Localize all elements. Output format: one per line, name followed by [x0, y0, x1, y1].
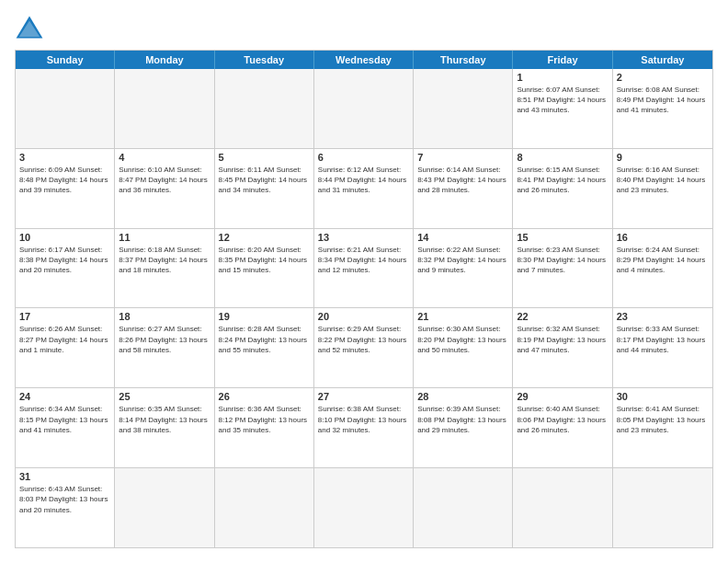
day-number: 25 — [119, 391, 210, 402]
calendar-cell — [613, 468, 712, 547]
calendar-cell: 14Sunrise: 6:22 AM Sunset: 8:32 PM Dayli… — [414, 229, 513, 308]
day-number: 4 — [119, 152, 210, 163]
day-number: 10 — [19, 232, 110, 243]
header-day-wednesday: Wednesday — [314, 51, 414, 69]
day-info: Sunrise: 6:34 AM Sunset: 8:15 PM Dayligh… — [19, 404, 110, 435]
calendar-cell: 15Sunrise: 6:23 AM Sunset: 8:30 PM Dayli… — [513, 229, 612, 308]
calendar-cell: 11Sunrise: 6:18 AM Sunset: 8:37 PM Dayli… — [115, 229, 214, 308]
day-info: Sunrise: 6:11 AM Sunset: 8:45 PM Dayligh… — [219, 165, 310, 196]
day-number: 12 — [219, 232, 310, 243]
calendar-cell: 20Sunrise: 6:29 AM Sunset: 8:22 PM Dayli… — [314, 308, 414, 387]
day-info: Sunrise: 6:10 AM Sunset: 8:47 PM Dayligh… — [119, 165, 210, 196]
header-day-monday: Monday — [115, 51, 214, 69]
header-day-saturday: Saturday — [613, 51, 712, 69]
calendar-cell — [115, 468, 214, 547]
calendar-cell: 2Sunrise: 6:08 AM Sunset: 8:49 PM Daylig… — [613, 69, 712, 148]
calendar-cell — [215, 468, 314, 547]
day-number: 16 — [617, 232, 709, 243]
calendar-cell: 30Sunrise: 6:41 AM Sunset: 8:05 PM Dayli… — [613, 388, 712, 467]
day-info: Sunrise: 6:29 AM Sunset: 8:22 PM Dayligh… — [318, 324, 409, 355]
calendar-cell: 19Sunrise: 6:28 AM Sunset: 8:24 PM Dayli… — [215, 308, 314, 387]
day-number: 19 — [219, 311, 310, 322]
day-number: 26 — [219, 391, 310, 402]
header-day-thursday: Thursday — [414, 51, 513, 69]
logo-icon — [15, 15, 44, 40]
day-info: Sunrise: 6:43 AM Sunset: 8:03 PM Dayligh… — [19, 484, 110, 515]
day-number: 8 — [517, 152, 608, 163]
day-info: Sunrise: 6:32 AM Sunset: 8:19 PM Dayligh… — [517, 324, 608, 355]
day-number: 9 — [617, 152, 709, 163]
calendar-cell: 7Sunrise: 6:14 AM Sunset: 8:43 PM Daylig… — [414, 149, 513, 228]
calendar-cell: 31Sunrise: 6:43 AM Sunset: 8:03 PM Dayli… — [16, 468, 115, 547]
calendar-week-3: 10Sunrise: 6:17 AM Sunset: 8:38 PM Dayli… — [16, 228, 712, 308]
day-number: 24 — [19, 391, 110, 402]
day-info: Sunrise: 6:12 AM Sunset: 8:44 PM Dayligh… — [318, 165, 409, 196]
day-number: 18 — [119, 311, 210, 322]
day-number: 13 — [318, 232, 409, 243]
day-number: 29 — [517, 391, 608, 402]
day-number: 7 — [417, 152, 508, 163]
day-info: Sunrise: 6:28 AM Sunset: 8:24 PM Dayligh… — [219, 324, 310, 355]
header-day-tuesday: Tuesday — [215, 51, 314, 69]
header-day-friday: Friday — [513, 51, 612, 69]
calendar-cell: 4Sunrise: 6:10 AM Sunset: 8:47 PM Daylig… — [115, 149, 214, 228]
calendar-cell: 12Sunrise: 6:20 AM Sunset: 8:35 PM Dayli… — [215, 229, 314, 308]
day-number: 3 — [19, 152, 110, 163]
day-number: 2 — [617, 72, 709, 83]
day-number: 22 — [517, 311, 608, 322]
calendar-cell: 21Sunrise: 6:30 AM Sunset: 8:20 PM Dayli… — [414, 308, 513, 387]
day-number: 23 — [617, 311, 709, 322]
calendar-cell: 28Sunrise: 6:39 AM Sunset: 8:08 PM Dayli… — [414, 388, 513, 467]
calendar-cell: 29Sunrise: 6:40 AM Sunset: 8:06 PM Dayli… — [513, 388, 612, 467]
calendar-cell: 24Sunrise: 6:34 AM Sunset: 8:15 PM Dayli… — [16, 388, 115, 467]
day-info: Sunrise: 6:07 AM Sunset: 8:51 PM Dayligh… — [517, 85, 608, 116]
calendar: SundayMondayTuesdayWednesdayThursdayFrid… — [15, 50, 713, 548]
day-info: Sunrise: 6:35 AM Sunset: 8:14 PM Dayligh… — [119, 404, 210, 435]
day-number: 30 — [617, 391, 709, 402]
day-info: Sunrise: 6:30 AM Sunset: 8:20 PM Dayligh… — [417, 324, 508, 355]
calendar-cell: 23Sunrise: 6:33 AM Sunset: 8:17 PM Dayli… — [613, 308, 712, 387]
calendar-cell: 9Sunrise: 6:16 AM Sunset: 8:40 PM Daylig… — [613, 149, 712, 228]
day-info: Sunrise: 6:16 AM Sunset: 8:40 PM Dayligh… — [617, 165, 709, 196]
day-info: Sunrise: 6:17 AM Sunset: 8:38 PM Dayligh… — [19, 245, 110, 276]
calendar-week-2: 3Sunrise: 6:09 AM Sunset: 8:48 PM Daylig… — [16, 148, 712, 228]
calendar-cell: 1Sunrise: 6:07 AM Sunset: 8:51 PM Daylig… — [513, 69, 612, 148]
day-number: 15 — [517, 232, 608, 243]
day-info: Sunrise: 6:41 AM Sunset: 8:05 PM Dayligh… — [617, 404, 709, 435]
calendar-cell — [414, 468, 513, 547]
calendar-cell: 27Sunrise: 6:38 AM Sunset: 8:10 PM Dayli… — [314, 388, 414, 467]
day-info: Sunrise: 6:15 AM Sunset: 8:41 PM Dayligh… — [517, 165, 608, 196]
day-number: 1 — [517, 72, 608, 83]
day-info: Sunrise: 6:18 AM Sunset: 8:37 PM Dayligh… — [119, 245, 210, 276]
day-number: 5 — [219, 152, 310, 163]
calendar-cell — [115, 69, 214, 148]
day-info: Sunrise: 6:36 AM Sunset: 8:12 PM Dayligh… — [219, 404, 310, 435]
logo — [15, 15, 48, 40]
calendar-cell: 3Sunrise: 6:09 AM Sunset: 8:48 PM Daylig… — [16, 149, 115, 228]
calendar-week-1: 1Sunrise: 6:07 AM Sunset: 8:51 PM Daylig… — [16, 69, 712, 148]
header-day-sunday: Sunday — [16, 51, 115, 69]
calendar-body: 1Sunrise: 6:07 AM Sunset: 8:51 PM Daylig… — [16, 69, 712, 547]
day-info: Sunrise: 6:24 AM Sunset: 8:29 PM Dayligh… — [617, 245, 709, 276]
day-info: Sunrise: 6:14 AM Sunset: 8:43 PM Dayligh… — [417, 165, 508, 196]
header — [15, 15, 713, 40]
day-info: Sunrise: 6:26 AM Sunset: 8:27 PM Dayligh… — [19, 324, 110, 355]
day-number: 20 — [318, 311, 409, 322]
day-info: Sunrise: 6:27 AM Sunset: 8:26 PM Dayligh… — [119, 324, 210, 355]
calendar-cell: 18Sunrise: 6:27 AM Sunset: 8:26 PM Dayli… — [115, 308, 214, 387]
calendar-cell: 8Sunrise: 6:15 AM Sunset: 8:41 PM Daylig… — [513, 149, 612, 228]
day-number: 28 — [417, 391, 508, 402]
calendar-week-4: 17Sunrise: 6:26 AM Sunset: 8:27 PM Dayli… — [16, 307, 712, 387]
calendar-week-5: 24Sunrise: 6:34 AM Sunset: 8:15 PM Dayli… — [16, 387, 712, 467]
calendar-cell: 17Sunrise: 6:26 AM Sunset: 8:27 PM Dayli… — [16, 308, 115, 387]
day-info: Sunrise: 6:20 AM Sunset: 8:35 PM Dayligh… — [219, 245, 310, 276]
day-info: Sunrise: 6:22 AM Sunset: 8:32 PM Dayligh… — [417, 245, 508, 276]
calendar-cell: 22Sunrise: 6:32 AM Sunset: 8:19 PM Dayli… — [513, 308, 612, 387]
calendar-cell: 16Sunrise: 6:24 AM Sunset: 8:29 PM Dayli… — [613, 229, 712, 308]
calendar-cell — [16, 69, 115, 148]
calendar-cell: 13Sunrise: 6:21 AM Sunset: 8:34 PM Dayli… — [314, 229, 414, 308]
calendar-cell — [414, 69, 513, 148]
day-info: Sunrise: 6:40 AM Sunset: 8:06 PM Dayligh… — [517, 404, 608, 435]
day-info: Sunrise: 6:33 AM Sunset: 8:17 PM Dayligh… — [617, 324, 709, 355]
day-number: 17 — [19, 311, 110, 322]
